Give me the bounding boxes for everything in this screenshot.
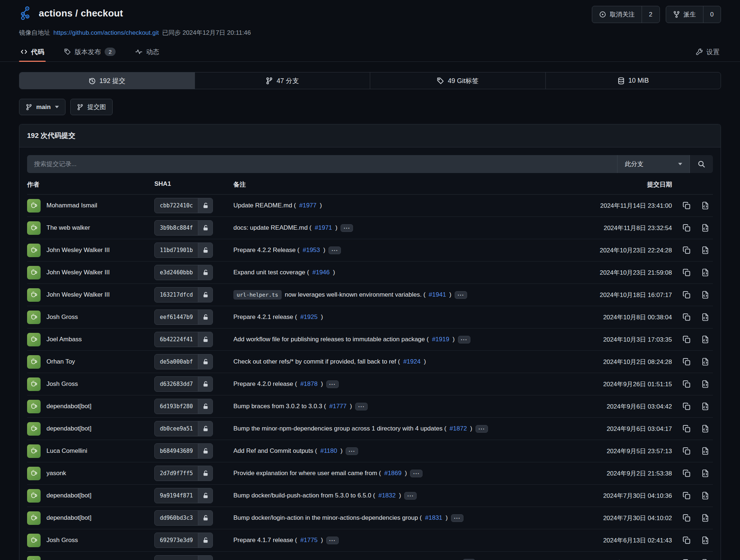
avatar[interactable] bbox=[27, 534, 41, 547]
copy-sha-button[interactable] bbox=[683, 268, 691, 277]
mirror-url-link[interactable]: https://github.com/actions/checkout.git bbox=[53, 29, 159, 37]
pr-link[interactable]: #1971 bbox=[315, 224, 332, 232]
avatar[interactable] bbox=[27, 489, 41, 503]
expand-commit-message-button[interactable]: ··· bbox=[346, 447, 358, 455]
browse-source-at-commit-button[interactable] bbox=[701, 425, 709, 433]
tab-releases[interactable]: 版本发布 2 bbox=[63, 42, 117, 61]
copy-sha-button[interactable] bbox=[683, 358, 691, 366]
pr-link[interactable]: #1925 bbox=[300, 313, 318, 321]
browse-source-at-commit-button[interactable] bbox=[701, 335, 709, 343]
commit-author[interactable]: Mohammad Ismail bbox=[46, 202, 97, 209]
repo-title[interactable]: actions / checkout bbox=[39, 8, 123, 19]
avatar[interactable] bbox=[27, 266, 41, 279]
avatar[interactable] bbox=[27, 221, 41, 235]
commit-sha-button[interactable]: 9a9194f871 bbox=[154, 488, 213, 503]
expand-commit-message-button[interactable]: ··· bbox=[455, 291, 467, 299]
avatar[interactable] bbox=[27, 400, 41, 413]
browse-source-at-commit-button[interactable] bbox=[701, 313, 709, 321]
browse-source-at-commit-button[interactable] bbox=[701, 447, 709, 455]
copy-sha-button[interactable] bbox=[683, 246, 691, 254]
avatar[interactable] bbox=[27, 311, 41, 324]
commit-sha-button[interactable]: 692973e3d9 bbox=[154, 533, 213, 548]
pr-link[interactable]: #1946 bbox=[312, 269, 330, 276]
commit-sha-button[interactable]: db0cee9a51 bbox=[154, 421, 213, 436]
avatar[interactable] bbox=[27, 288, 41, 302]
pr-link[interactable]: #1869 bbox=[384, 470, 401, 477]
commit-author[interactable]: dependabot[bot] bbox=[46, 514, 91, 522]
commit-sha-button[interactable]: cbb722410c bbox=[154, 198, 213, 213]
stat-tags[interactable]: 49 Git标签 bbox=[370, 72, 545, 89]
copy-sha-button[interactable] bbox=[683, 469, 691, 477]
tab-code[interactable]: 代码 bbox=[19, 42, 46, 61]
copy-sha-button[interactable] bbox=[683, 559, 691, 560]
pr-link[interactable]: #1777 bbox=[329, 403, 346, 410]
branch-selector[interactable]: main bbox=[19, 99, 65, 115]
pr-link[interactable]: #1832 bbox=[378, 492, 395, 499]
copy-sha-button[interactable] bbox=[683, 425, 691, 433]
expand-commit-message-button[interactable]: ··· bbox=[326, 380, 339, 388]
copy-sha-button[interactable] bbox=[683, 514, 691, 522]
pr-link[interactable]: #1953 bbox=[303, 247, 320, 254]
commit-sha-button[interactable]: e3d2460bbb bbox=[154, 265, 213, 280]
expand-commit-message-button[interactable]: ··· bbox=[355, 403, 368, 410]
pr-link[interactable]: #1831 bbox=[425, 514, 442, 522]
browse-source-at-commit-button[interactable] bbox=[701, 358, 709, 366]
expand-commit-message-button[interactable]: ··· bbox=[341, 224, 353, 232]
browse-source-at-commit-button[interactable] bbox=[701, 380, 709, 388]
avatar[interactable] bbox=[27, 444, 41, 458]
commit-sha-button[interactable]: d632683dd7 bbox=[154, 376, 213, 392]
stat-size[interactable]: 10 MiB bbox=[545, 72, 721, 89]
commit-sha-button[interactable]: 6d193bf280 bbox=[154, 399, 213, 414]
pr-link[interactable]: #1878 bbox=[300, 380, 318, 388]
pr-link[interactable]: #1919 bbox=[432, 336, 449, 343]
expand-commit-message-button[interactable]: ··· bbox=[326, 537, 339, 544]
commit-author[interactable]: Orhan Toy bbox=[46, 358, 75, 365]
commit-author[interactable]: dependabot[bot] bbox=[46, 425, 91, 432]
browse-source-at-commit-button[interactable] bbox=[701, 536, 709, 544]
pr-link[interactable]: #1872 bbox=[450, 425, 467, 432]
stat-branches[interactable]: 47 分支 bbox=[195, 72, 370, 89]
commit-author[interactable]: Joel Ambass bbox=[46, 336, 82, 343]
commit-sha-button[interactable]: de5a000abf bbox=[154, 354, 213, 369]
expand-commit-message-button[interactable]: ··· bbox=[404, 492, 417, 500]
avatar[interactable] bbox=[27, 333, 41, 346]
browse-source-at-commit-button[interactable] bbox=[701, 202, 709, 210]
copy-sha-button[interactable] bbox=[683, 313, 691, 321]
pr-link[interactable]: #1180 bbox=[320, 447, 337, 455]
fork-button[interactable]: 派生 bbox=[666, 6, 703, 23]
avatar[interactable] bbox=[27, 244, 41, 257]
expand-commit-message-button[interactable]: ··· bbox=[328, 247, 341, 254]
commit-author[interactable]: Josh Gross bbox=[46, 537, 78, 544]
browse-source-at-commit-button[interactable] bbox=[701, 514, 709, 522]
commit-author[interactable]: The web walker bbox=[46, 224, 90, 232]
pr-link[interactable]: #1941 bbox=[429, 291, 446, 298]
forks-count[interactable]: 0 bbox=[703, 6, 721, 23]
commit-sha-button[interactable]: 3b9b8c884f bbox=[154, 220, 213, 236]
commit-sha-button[interactable]: 2d7d9f7ff5 bbox=[154, 466, 213, 481]
commit-sha-button[interactable]: 6ccd57f4c5 bbox=[154, 555, 213, 560]
browse-source-at-commit-button[interactable] bbox=[701, 559, 709, 560]
browse-source-at-commit-button[interactable] bbox=[701, 224, 709, 232]
pr-link[interactable]: #1977 bbox=[299, 202, 316, 209]
expand-commit-message-button[interactable]: ··· bbox=[458, 336, 470, 343]
unwatch-button[interactable]: 取消关注 bbox=[592, 6, 642, 23]
avatar[interactable] bbox=[27, 355, 41, 369]
browse-source-at-commit-button[interactable] bbox=[701, 268, 709, 277]
tab-activity[interactable]: 动态 bbox=[134, 42, 161, 61]
avatar[interactable] bbox=[27, 377, 41, 391]
commit-author[interactable]: John Wesley Walker III bbox=[46, 291, 110, 298]
search-button[interactable] bbox=[690, 155, 713, 173]
commit-sha-button[interactable]: 6b42224f41 bbox=[154, 332, 213, 347]
browse-source-at-commit-button[interactable] bbox=[701, 492, 709, 500]
browse-source-at-commit-button[interactable] bbox=[701, 291, 709, 299]
commit-author[interactable]: Josh Gross bbox=[46, 313, 78, 321]
copy-sha-button[interactable] bbox=[683, 335, 691, 343]
commit-graph-button[interactable]: 提交图 bbox=[70, 99, 113, 115]
avatar[interactable] bbox=[27, 467, 41, 480]
expand-commit-message-button[interactable]: ··· bbox=[410, 470, 422, 477]
commit-author[interactable]: John Wesley Walker III bbox=[46, 247, 110, 254]
expand-commit-message-button[interactable]: ··· bbox=[476, 425, 488, 433]
avatar[interactable] bbox=[27, 511, 41, 525]
commit-sha-button[interactable]: 163217dfcd bbox=[154, 287, 213, 302]
browse-source-at-commit-button[interactable] bbox=[701, 469, 709, 477]
